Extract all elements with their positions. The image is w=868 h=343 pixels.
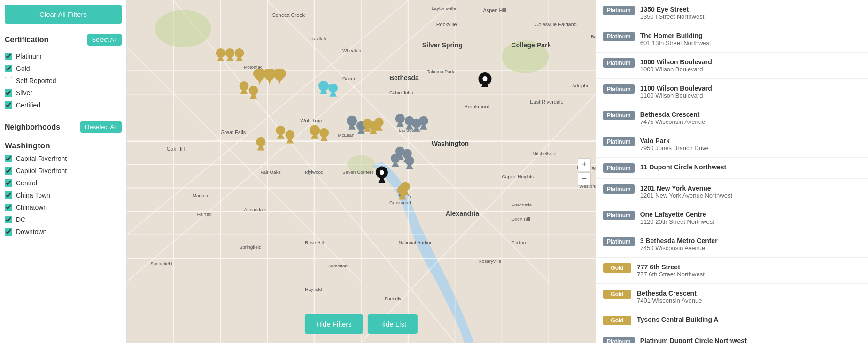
svg-point-117	[482, 76, 487, 81]
certification-label-self-reported: Self Reported	[16, 77, 56, 84]
neighborhood-checkbox-capital-riverfront[interactable]	[5, 155, 12, 162]
neighborhood-label-capitol-riverfront: Capitol Riverfront	[16, 167, 67, 175]
list-item[interactable]: Platinum Valo Park 7950 Jones Branch Dri…	[596, 131, 868, 158]
svg-text:Groveton: Groveton	[328, 263, 348, 268]
list-item[interactable]: Platinum Bethesda Crescent 7475 Wisconsi…	[596, 105, 868, 131]
svg-point-89	[248, 86, 258, 95]
certification-checkbox-self-reported[interactable]	[5, 77, 12, 84]
svg-text:Springfield: Springfield	[240, 244, 262, 250]
list-item[interactable]: Platinum 3 Bethesda Metro Center 7450 Wi…	[596, 231, 868, 258]
map-container[interactable]: Rockville Aspen Hill Laytonsville Colesv…	[127, 0, 596, 343]
neighborhood-item-dc[interactable]: DC	[5, 213, 122, 226]
svg-point-135	[397, 185, 408, 195]
sidebar: Clear All Filters Certification Select A…	[0, 0, 127, 343]
list-item[interactable]: Platinum 1201 New York Avenue 1201 New Y…	[596, 179, 868, 205]
listing-name: 777 6th Street	[637, 263, 705, 271]
svg-text:Adelphi: Adelphi	[572, 83, 588, 88]
svg-text:Wheaton: Wheaton	[342, 48, 361, 53]
neighborhood-checkbox-chinatown[interactable]	[5, 204, 12, 211]
listing-address: 1120 20th Street Northwest	[640, 218, 714, 225]
map-svg: Rockville Aspen Hill Laytonsville Colesv…	[127, 0, 596, 343]
neighborhood-label-china-town: China Town	[16, 191, 50, 199]
list-item[interactable]: Gold Tysons Central Building A	[596, 310, 868, 331]
neighborhood-checkbox-china-town[interactable]	[5, 191, 12, 199]
hide-filters-button[interactable]: Hide Filters	[305, 314, 363, 334]
certification-item-self-reported[interactable]: Self Reported	[5, 75, 122, 87]
svg-text:Seven Corners: Seven Corners	[342, 169, 374, 175]
svg-text:Seneca Creek: Seneca Creek	[272, 12, 305, 18]
list-item[interactable]: Platinum 1100 Wilson Boulevard 1100 Wils…	[596, 79, 868, 105]
certification-item-gold[interactable]: Gold	[5, 62, 122, 75]
neighborhood-label-central: Central	[16, 179, 37, 187]
svg-text:Rosaryville: Rosaryville	[479, 259, 502, 264]
certification-item-certified[interactable]: Certified	[5, 99, 122, 111]
neighborhood-checkbox-central[interactable]	[5, 179, 12, 187]
certification-item-platinum[interactable]: Platinum	[5, 50, 122, 62]
certification-item-silver[interactable]: Silver	[5, 87, 122, 99]
certification-checkbox-gold[interactable]	[5, 65, 12, 72]
certification-title: Certification	[5, 36, 48, 44]
select-all-button[interactable]: Select All	[87, 34, 122, 46]
list-item[interactable]: Gold Bethesda Crescent 7401 Wisconsin Av…	[596, 284, 868, 310]
certification-checkbox-silver[interactable]	[5, 89, 12, 97]
neighborhood-item-capitol-riverfront[interactable]: Capitol Riverfront	[5, 165, 122, 177]
svg-text:Capitol Heights: Capitol Heights	[502, 174, 534, 179]
list-item[interactable]: Platinum One Lafayette Centre 1120 20th …	[596, 205, 868, 231]
svg-point-105	[395, 114, 405, 123]
clear-all-filters-button[interactable]: Clear All Filters	[5, 5, 122, 24]
svg-point-103	[374, 118, 384, 127]
svg-text:Takoma Park: Takoma Park	[427, 69, 454, 74]
certification-checkbox-certified[interactable]	[5, 101, 12, 109]
listing-name: The Homer Building	[640, 32, 711, 39]
svg-text:Bethesda: Bethesda	[389, 74, 419, 82]
zoom-out-button[interactable]: −	[578, 172, 591, 185]
svg-point-114	[380, 170, 384, 175]
certification-checkbox-platinum[interactable]	[5, 53, 12, 60]
list-item[interactable]: Platinum 11 Dupont Circle Northwest	[596, 158, 868, 179]
neighborhood-group-washington: Washington	[5, 137, 122, 152]
svg-text:Laytonsville: Laytonsville	[432, 6, 457, 11]
svg-text:Cabin John: Cabin John	[389, 90, 413, 95]
cert-badge-platinum: Platinum	[603, 6, 635, 15]
svg-point-137	[310, 125, 320, 136]
list-item[interactable]: Platinum Platinum Dupont Circle Northwes…	[596, 331, 868, 343]
neighborhood-item-china-town[interactable]: China Town	[5, 189, 122, 201]
neighborhood-item-chinatown[interactable]: Chinatown	[5, 201, 122, 213]
cert-badge-platinum: Platinum	[603, 137, 635, 146]
listing-address: 7401 Wisconsin Avenue	[637, 297, 702, 304]
deselect-all-button[interactable]: Deselect All	[80, 121, 122, 133]
certification-list: Platinum Gold Self Reported Silver Certi…	[5, 50, 122, 111]
map-bottom-buttons: Hide Filters Hide List	[305, 314, 418, 334]
listing-address: 7450 Wisconsin Avenue	[640, 244, 718, 252]
svg-text:Clinton: Clinton	[511, 240, 526, 245]
list-item[interactable]: Platinum 1350 Eye Street 1350 I Street N…	[596, 0, 868, 26]
listing-address: 1000 Wilson Boulevard	[640, 66, 712, 73]
list-item[interactable]: Platinum The Homer Building 601 13th Str…	[596, 26, 868, 53]
listing-name: Bethesda Crescent	[637, 290, 702, 297]
svg-text:East Riverdale: East Riverdale	[530, 99, 563, 105]
svg-text:Crossroad: Crossroad	[389, 200, 411, 205]
listing-address: 601 13th Street Northwest	[640, 39, 711, 46]
hide-list-button[interactable]: Hide List	[368, 314, 418, 334]
neighborhood-checkbox-dc[interactable]	[5, 216, 12, 223]
list-item[interactable]: Platinum 1000 Wilson Boulevard 1000 Wils…	[596, 53, 868, 79]
listing-name: 3 Bethesda Metro Center	[640, 237, 718, 244]
neighborhood-item-capital-riverfront[interactable]: Capital Riverfront	[5, 152, 122, 165]
list-item[interactable]: Gold 777 6th Street 777 6th Street North…	[596, 258, 868, 284]
listing-name: Bethesda Crescent	[640, 111, 705, 118]
svg-text:Annandale: Annandale	[244, 207, 267, 212]
map-zoom-controls: + −	[578, 158, 591, 185]
zoom-in-button[interactable]: +	[578, 158, 591, 171]
listing-name: 1201 New York Avenue	[640, 184, 732, 192]
neighborhood-checkbox-downtown[interactable]	[5, 228, 12, 236]
svg-text:Washington: Washington	[432, 140, 469, 147]
neighborhood-item-downtown[interactable]: Downtown	[5, 226, 122, 238]
neighborhood-label-dc: DC	[16, 216, 25, 223]
neighborhood-label-downtown: Downtown	[16, 228, 46, 236]
neighborhood-checkbox-capitol-riverfront[interactable]	[5, 167, 12, 175]
svg-text:Hayfield: Hayfield	[305, 287, 322, 292]
neighborhood-item-central[interactable]: Central	[5, 177, 122, 189]
cert-badge-platinum: Platinum	[603, 84, 635, 94]
svg-text:Travilah: Travilah	[310, 36, 326, 41]
svg-point-87	[240, 81, 249, 91]
